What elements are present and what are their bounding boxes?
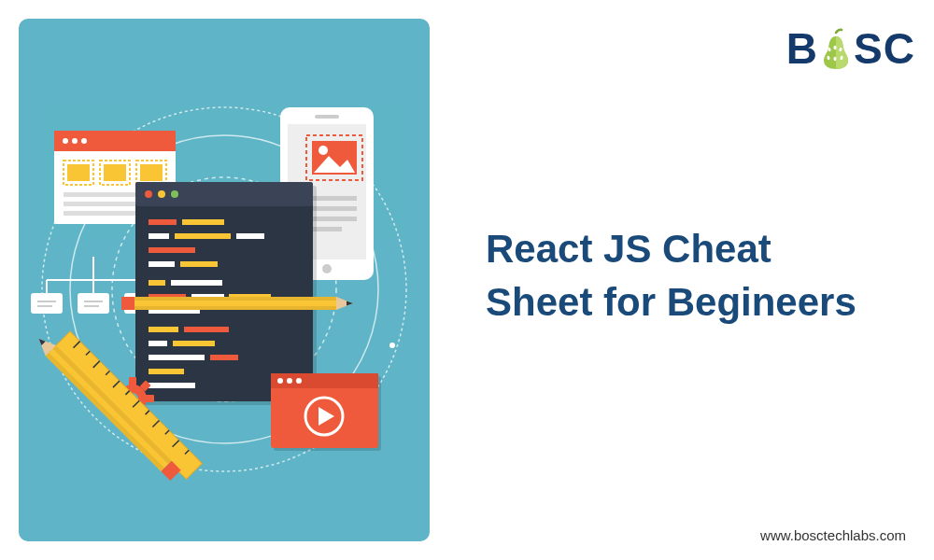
svg-rect-71 xyxy=(149,383,195,388)
svg-rect-45 xyxy=(135,182,313,401)
logo-letter-b: B xyxy=(786,23,818,74)
svg-rect-15 xyxy=(140,164,163,181)
svg-point-7 xyxy=(63,138,68,144)
svg-rect-73 xyxy=(129,377,136,386)
svg-point-111 xyxy=(277,378,283,384)
svg-point-9 xyxy=(81,138,87,144)
svg-rect-18 xyxy=(64,211,138,216)
coding-illustration xyxy=(19,19,430,541)
page-container: B SC React J xyxy=(0,0,934,560)
svg-point-120 xyxy=(834,57,837,61)
svg-point-39 xyxy=(318,146,328,155)
svg-point-112 xyxy=(287,378,292,384)
svg-rect-65 xyxy=(184,327,229,332)
svg-rect-59 xyxy=(171,280,222,286)
svg-marker-107 xyxy=(347,301,353,306)
svg-point-35 xyxy=(322,264,332,273)
title-block: React JS Cheat Sheet for Begineers xyxy=(486,223,915,329)
content-panel: B SC React J xyxy=(448,0,934,560)
svg-rect-25 xyxy=(78,294,108,313)
svg-rect-68 xyxy=(149,355,205,360)
svg-point-49 xyxy=(171,190,178,198)
svg-rect-69 xyxy=(210,355,238,360)
svg-rect-11 xyxy=(67,164,90,181)
svg-rect-53 xyxy=(175,233,231,239)
svg-rect-50 xyxy=(149,219,177,225)
svg-rect-36 xyxy=(315,115,339,119)
logo: B SC xyxy=(486,23,915,74)
svg-rect-70 xyxy=(149,369,184,374)
svg-rect-103 xyxy=(121,297,336,301)
svg-point-117 xyxy=(834,46,837,49)
svg-rect-24 xyxy=(32,294,62,313)
svg-rect-67 xyxy=(173,341,215,346)
svg-point-47 xyxy=(145,190,152,198)
illustration-panel xyxy=(0,0,448,560)
svg-rect-64 xyxy=(149,327,178,332)
pear-icon xyxy=(820,27,852,70)
svg-rect-56 xyxy=(149,261,175,267)
svg-rect-13 xyxy=(104,164,126,181)
svg-rect-76 xyxy=(145,395,154,402)
svg-point-113 xyxy=(296,378,302,384)
svg-rect-105 xyxy=(121,297,134,310)
svg-point-8 xyxy=(72,138,78,144)
svg-rect-54 xyxy=(236,233,264,239)
url-footer: www.bosctechlabs.com xyxy=(760,527,906,543)
svg-rect-58 xyxy=(149,280,165,286)
svg-rect-55 xyxy=(149,247,195,253)
svg-rect-57 xyxy=(180,261,218,267)
page-title: React JS Cheat Sheet for Begineers xyxy=(486,223,887,329)
svg-point-48 xyxy=(158,190,165,198)
svg-rect-52 xyxy=(149,233,169,239)
illustration-background xyxy=(19,19,430,541)
svg-rect-104 xyxy=(121,306,336,310)
svg-rect-51 xyxy=(182,219,224,225)
svg-point-4 xyxy=(389,343,395,348)
svg-rect-66 xyxy=(149,341,167,346)
logo-letters-sc: SC xyxy=(854,23,915,74)
